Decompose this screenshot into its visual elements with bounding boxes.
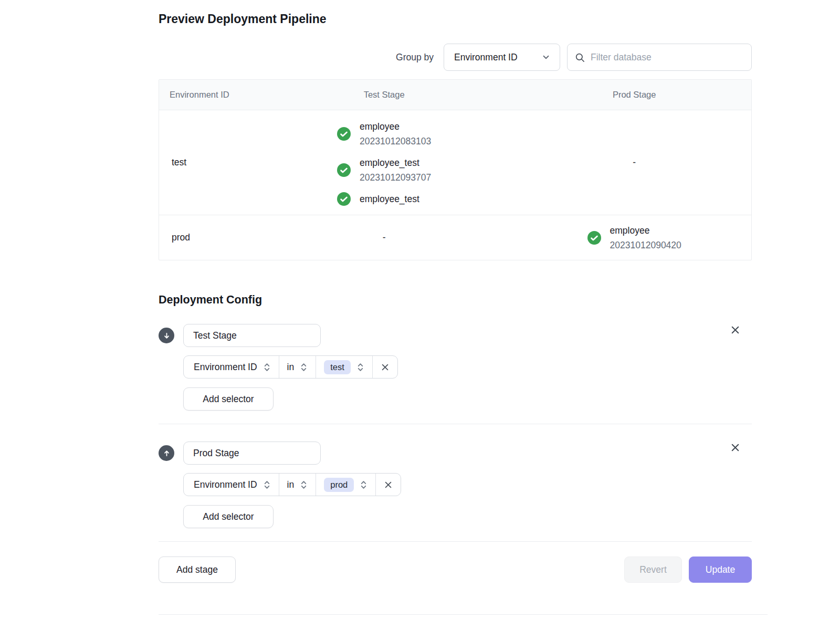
group-by-select[interactable]: Environment ID [444,44,560,71]
stage-block-test: Environment ID in test Add sel [159,324,752,411]
arrow-up-circle-icon [159,445,174,461]
deployment-entry-stack: employee 20231012083103 employee_test 20… [337,119,431,206]
success-check-icon [337,192,351,206]
deployment-config-title: Deployment Config [159,293,752,307]
selector-row: Environment ID in prod [183,473,401,496]
group-by-label: Group by [396,52,434,63]
column-header-environment-id: Environment ID [159,80,251,110]
pipeline-table-header: Environment ID Test Stage Prod Stage [159,80,751,110]
remove-selector-button[interactable] [372,356,397,378]
revert-button[interactable]: Revert [624,556,682,583]
success-check-icon [337,163,351,177]
stage-head [159,324,752,347]
sort-chevrons-icon [300,362,308,372]
page-title: Preview Deployment Pipeline [159,0,752,26]
deployment-entry: employee 20231012090420 [587,223,681,253]
filter-database-input[interactable] [591,52,744,63]
selector-row: Environment ID in test [183,355,398,379]
selector-operator-value: in [287,479,295,490]
column-header-test-stage: Test Stage [251,80,518,110]
main-content: Preview Deployment Pipeline Group by Env… [159,0,752,615]
database-name: employee [610,223,681,238]
selector-key-select[interactable]: Environment ID [184,474,279,496]
selector-operator-value: in [287,362,295,373]
success-check-icon [337,127,351,141]
test-stage-cell: employee 20231012083103 employee_test 20… [251,110,518,215]
sort-chevrons-icon [300,480,308,490]
stage-name-input[interactable] [183,324,321,347]
prod-stage-cell: employee 20231012090420 [517,215,751,260]
selector-value-select[interactable]: test [316,356,372,378]
column-header-prod-stage: Prod Stage [517,80,751,110]
selector-operator-select[interactable]: in [279,474,316,496]
environment-id-cell: test [159,110,251,215]
database-name: employee [360,119,431,134]
deployment-version: 20231012093707 [360,170,431,185]
table-row-prod: prod - employee 20231012090420 [159,215,751,260]
sort-chevrons-icon [263,480,271,490]
sort-chevrons-icon [360,480,368,490]
selector-key-select[interactable]: Environment ID [184,356,279,378]
bottom-divider [159,614,768,615]
stage-divider [159,424,752,424]
deployment-entry-text: employee 20231012090420 [610,223,681,253]
stage-name-input[interactable] [183,442,321,465]
test-stage-empty-cell: - [251,215,518,260]
deployment-entry-text: employee 20231012083103 [360,119,431,149]
success-check-icon [587,231,601,245]
search-icon [575,52,585,62]
prod-stage-empty-cell: - [517,110,751,215]
selector-key-value: Environment ID [194,362,257,373]
chevron-down-icon [541,52,551,62]
group-by-value: Environment ID [454,52,518,63]
pipeline-table: Environment ID Test Stage Prod Stage tes… [159,79,752,260]
stage-head [159,442,752,465]
update-button[interactable]: Update [689,556,752,583]
footer-actions: Add stage Revert Update [159,556,752,583]
sort-chevrons-icon [263,362,271,372]
selector-key-value: Environment ID [194,479,257,490]
selector-operator-select[interactable]: in [279,356,316,378]
deployment-entry: employee_test 20231012093707 [337,155,431,185]
database-name: employee_test [360,192,419,206]
sort-chevrons-icon [356,362,364,372]
deployment-version: 20231012090420 [610,238,681,253]
arrow-down-circle-icon [159,328,174,343]
deployment-entry-text: employee_test 20231012093707 [360,155,431,185]
deployment-entry-text: employee_test [360,192,419,206]
remove-selector-button[interactable] [375,474,401,496]
table-row-test: test employee 20231012083103 [159,110,751,215]
add-selector-button[interactable]: Add selector [183,387,274,411]
remove-stage-button[interactable] [728,323,742,337]
add-stage-button[interactable]: Add stage [159,556,236,583]
filter-database-box [567,44,752,71]
deployment-entry: employee_test [337,192,431,206]
deployment-version: 20231012083103 [360,134,431,149]
selector-value-chip: prod [324,478,354,492]
environment-id-cell: prod [159,215,251,260]
database-name: employee_test [360,155,431,170]
selector-value-chip: test [324,360,351,374]
add-selector-button[interactable]: Add selector [183,505,274,528]
footer-divider [159,541,752,542]
selector-value-select[interactable]: prod [316,474,375,496]
toolbar: Group by Environment ID [159,44,752,71]
deployment-entry: employee 20231012083103 [337,119,431,149]
remove-stage-button[interactable] [728,440,742,454]
stage-block-prod: Environment ID in prod Add sel [159,442,752,528]
